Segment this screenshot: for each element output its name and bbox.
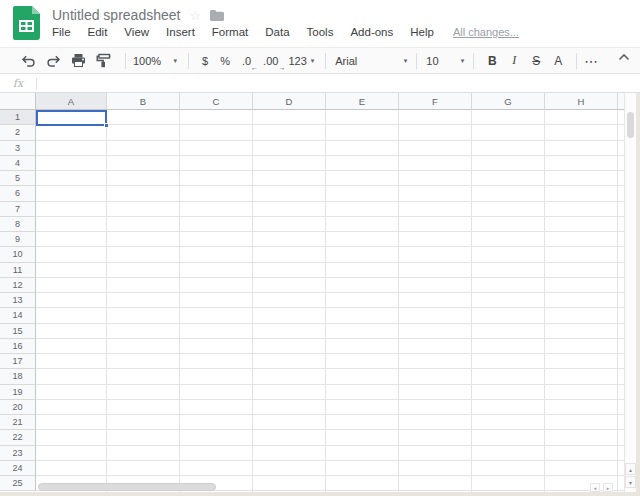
sheet-row-5[interactable] bbox=[36, 171, 626, 186]
sheet-row-12[interactable] bbox=[36, 278, 626, 293]
column-header-D[interactable]: D bbox=[253, 93, 326, 110]
sheet-row-1[interactable] bbox=[36, 110, 626, 125]
column-header-B[interactable]: B bbox=[107, 93, 180, 110]
row-header-18[interactable]: 18 bbox=[0, 369, 36, 384]
scroll-right-button[interactable]: ▸ bbox=[603, 483, 613, 492]
sheet-area[interactable] bbox=[36, 110, 626, 492]
row-header-16[interactable]: 16 bbox=[0, 339, 36, 354]
column-header-F[interactable]: F bbox=[399, 93, 472, 110]
row-header-3[interactable]: 3 bbox=[0, 141, 36, 156]
text-color-button[interactable]: A bbox=[547, 54, 569, 68]
column-header-E[interactable]: E bbox=[326, 93, 399, 110]
sheet-row-4[interactable] bbox=[36, 156, 626, 171]
font-family-select[interactable]: Arial ▾ bbox=[335, 55, 407, 67]
menu-help[interactable]: Help bbox=[410, 26, 434, 38]
sheet-row-14[interactable] bbox=[36, 308, 626, 323]
horizontal-scrollbar-thumb[interactable] bbox=[38, 483, 216, 491]
row-header-14[interactable]: 14 bbox=[0, 308, 36, 323]
column-header-G[interactable]: G bbox=[472, 93, 545, 110]
redo-icon[interactable] bbox=[43, 51, 63, 71]
sheet-row-11[interactable] bbox=[36, 263, 626, 278]
menu-data[interactable]: Data bbox=[265, 26, 289, 38]
folder-icon[interactable] bbox=[210, 10, 224, 21]
column-header-C[interactable]: C bbox=[180, 93, 253, 110]
sheet-row-6[interactable] bbox=[36, 186, 626, 201]
sheet-row-20[interactable] bbox=[36, 400, 626, 415]
menu-file[interactable]: File bbox=[52, 26, 71, 38]
sheet-row-18[interactable] bbox=[36, 369, 626, 384]
undo-icon[interactable] bbox=[18, 51, 38, 71]
row-header-24[interactable]: 24 bbox=[0, 461, 36, 476]
sheet-row-17[interactable] bbox=[36, 354, 626, 369]
scroll-left-button[interactable]: ◂ bbox=[590, 483, 600, 492]
sheet-row-23[interactable] bbox=[36, 446, 626, 461]
fill-handle[interactable] bbox=[104, 123, 109, 128]
row-header-5[interactable]: 5 bbox=[0, 171, 36, 186]
menu-edit[interactable]: Edit bbox=[88, 26, 108, 38]
row-header-2[interactable]: 2 bbox=[0, 125, 36, 140]
formula-input[interactable] bbox=[37, 76, 640, 92]
menu-insert[interactable]: Insert bbox=[166, 26, 195, 38]
sheet-row-21[interactable] bbox=[36, 415, 626, 430]
sheet-row-3[interactable] bbox=[36, 141, 626, 156]
scroll-up-button[interactable]: ▴ bbox=[625, 463, 636, 475]
zoom-select[interactable]: 100% ▾ bbox=[133, 55, 177, 67]
row-header-15[interactable]: 15 bbox=[0, 324, 36, 339]
selected-cell-A1[interactable] bbox=[36, 110, 107, 126]
sheet-row-16[interactable] bbox=[36, 339, 626, 354]
chevron-up-icon[interactable] bbox=[618, 53, 630, 61]
more-button[interactable]: ⋯ bbox=[584, 53, 599, 69]
font-size-select[interactable]: 10 ▾ bbox=[426, 55, 464, 67]
row-header-13[interactable]: 13 bbox=[0, 293, 36, 308]
increase-decimal-button[interactable]: .00→ bbox=[263, 55, 278, 67]
format-percent-button[interactable]: % bbox=[220, 55, 230, 67]
sheets-logo-icon[interactable] bbox=[13, 6, 40, 40]
sheet-row-22[interactable] bbox=[36, 430, 626, 445]
paint-format-icon[interactable] bbox=[93, 51, 113, 71]
row-header-22[interactable]: 22 bbox=[0, 430, 36, 445]
vertical-scrollbar-thumb[interactable] bbox=[627, 112, 634, 138]
star-icon[interactable]: ☆ bbox=[189, 9, 201, 22]
bold-button[interactable]: B bbox=[481, 54, 503, 68]
vertical-scrollbar[interactable]: ▴ ▾ bbox=[624, 93, 636, 492]
row-header-25[interactable]: 25 bbox=[0, 476, 36, 491]
all-changes-status[interactable]: All changes... bbox=[453, 26, 519, 38]
row-header-7[interactable]: 7 bbox=[0, 202, 36, 217]
row-header-8[interactable]: 8 bbox=[0, 217, 36, 232]
menu-view[interactable]: View bbox=[124, 26, 149, 38]
sheet-row-10[interactable] bbox=[36, 247, 626, 262]
row-header-19[interactable]: 19 bbox=[0, 385, 36, 400]
menu-add-ons[interactable]: Add-ons bbox=[350, 26, 393, 38]
sheet-row-13[interactable] bbox=[36, 293, 626, 308]
column-header-H[interactable]: H bbox=[545, 93, 618, 110]
sheet-row-19[interactable] bbox=[36, 385, 626, 400]
sheet-row-9[interactable] bbox=[36, 232, 626, 247]
horizontal-scrollbar[interactable]: ◂ ▸ bbox=[36, 482, 624, 492]
row-header-23[interactable]: 23 bbox=[0, 446, 36, 461]
row-header-4[interactable]: 4 bbox=[0, 156, 36, 171]
print-icon[interactable] bbox=[68, 51, 88, 71]
decrease-decimal-button[interactable]: .0← bbox=[242, 55, 251, 67]
strikethrough-button[interactable]: S bbox=[525, 54, 547, 68]
row-header-21[interactable]: 21 bbox=[0, 415, 36, 430]
row-header-1[interactable]: 1 bbox=[0, 110, 36, 125]
sheet-row-24[interactable] bbox=[36, 461, 626, 476]
row-header-10[interactable]: 10 bbox=[0, 247, 36, 262]
format-currency-button[interactable]: $ bbox=[202, 55, 208, 67]
row-header-6[interactable]: 6 bbox=[0, 186, 36, 201]
select-all-corner[interactable] bbox=[0, 93, 36, 110]
menu-format[interactable]: Format bbox=[212, 26, 248, 38]
sheet-row-15[interactable] bbox=[36, 324, 626, 339]
italic-button[interactable]: I bbox=[503, 53, 525, 68]
sheet-row-7[interactable] bbox=[36, 202, 626, 217]
scroll-down-button[interactable]: ▾ bbox=[625, 476, 636, 488]
row-header-20[interactable]: 20 bbox=[0, 400, 36, 415]
row-header-11[interactable]: 11 bbox=[0, 263, 36, 278]
sheet-row-8[interactable] bbox=[36, 217, 626, 232]
row-header-9[interactable]: 9 bbox=[0, 232, 36, 247]
sheet-row-2[interactable] bbox=[36, 125, 626, 140]
column-header-A[interactable]: A bbox=[36, 93, 107, 110]
row-header-17[interactable]: 17 bbox=[0, 354, 36, 369]
document-title[interactable]: Untitled spreadsheet bbox=[52, 7, 180, 23]
menu-tools[interactable]: Tools bbox=[307, 26, 334, 38]
